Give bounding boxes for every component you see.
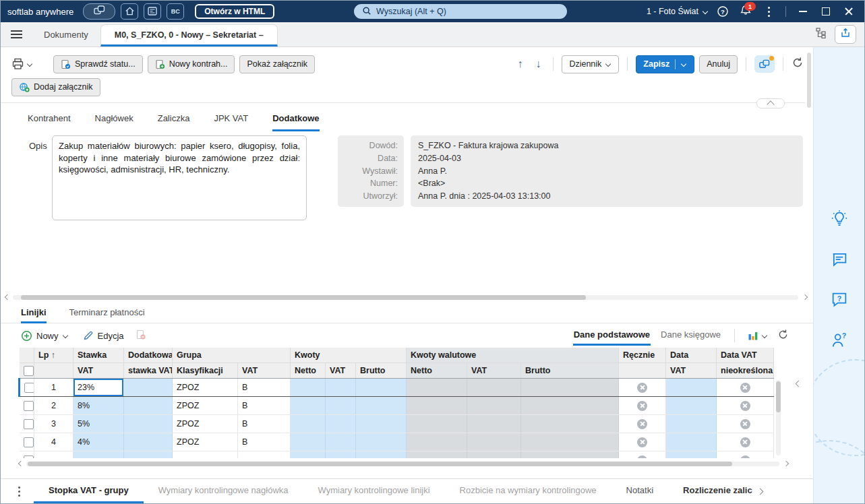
print-button[interactable] bbox=[11, 58, 33, 70]
cell-kwoty-brutto[interactable] bbox=[356, 433, 407, 451]
clear-toggle-icon[interactable] bbox=[740, 383, 750, 393]
tab-notatki[interactable]: Notatki bbox=[612, 479, 668, 503]
cell-stawka-vat-selected[interactable]: 23% bbox=[73, 379, 124, 397]
col-dodatkowa-header[interactable]: Dodatkowa bbox=[124, 348, 173, 363]
cell-lp[interactable]: 2 bbox=[34, 397, 73, 415]
tab-kontrahent[interactable]: Kontrahent bbox=[28, 107, 71, 131]
col-stawka-header[interactable]: Stawka bbox=[73, 348, 124, 363]
sub-nieokreslona[interactable]: nieokreślona bbox=[717, 363, 774, 379]
cell-walutowe-netto[interactable] bbox=[407, 451, 467, 459]
row-select-cell[interactable] bbox=[20, 451, 34, 459]
grid-vertical-scrollbar[interactable] bbox=[776, 380, 781, 455]
home-button[interactable] bbox=[121, 3, 138, 20]
help-button[interactable]: ? bbox=[714, 3, 732, 20]
tab-active-document[interactable]: M0, S_FZKO, 0 - Nowy – Sekretariat – bbox=[100, 24, 278, 46]
tab-rozliczenie-zaliczek[interactable]: Rozliczenie zalic bbox=[668, 479, 758, 503]
previous-record-button[interactable]: ↑ bbox=[513, 58, 527, 70]
cell-kwoty-netto[interactable] bbox=[291, 379, 326, 397]
table-row[interactable]: 2 8% ZPOZ B bbox=[20, 397, 774, 415]
cell-grupa[interactable]: ZPOZ bbox=[173, 397, 238, 415]
cell-kwoty-brutto[interactable] bbox=[356, 397, 407, 415]
save-button[interactable]: Zapisz bbox=[636, 55, 694, 73]
refresh-button[interactable] bbox=[792, 57, 804, 71]
share-button[interactable] bbox=[835, 25, 856, 44]
cell-kwoty-vat[interactable] bbox=[326, 433, 356, 451]
window-close-button[interactable] bbox=[840, 3, 858, 20]
sub-brutto[interactable]: Brutto bbox=[356, 363, 407, 379]
toolbar-more-button[interactable] bbox=[38, 58, 49, 70]
cell-walutowe-brutto[interactable] bbox=[521, 415, 619, 433]
row-checkbox[interactable] bbox=[24, 437, 34, 447]
cell-walutowe-brutto[interactable] bbox=[521, 379, 619, 397]
view-dane-ksiegowe[interactable]: Dane księgowe bbox=[660, 325, 721, 346]
table-row[interactable]: 4 4% ZPOZ B bbox=[20, 433, 774, 451]
scroll-right-arrow[interactable] bbox=[782, 460, 789, 467]
tab-dokumenty[interactable]: Dokumenty bbox=[32, 22, 100, 46]
row-select-cell[interactable] bbox=[20, 433, 34, 451]
cell-data-vat[interactable] bbox=[666, 451, 717, 459]
help-center-button[interactable]: ? bbox=[829, 290, 849, 310]
col-recznie-header[interactable]: Ręcznie bbox=[619, 348, 666, 363]
tree-view-icon[interactable] bbox=[816, 28, 828, 41]
cell-vat[interactable]: B bbox=[238, 379, 291, 397]
next-record-button[interactable]: ↓ bbox=[531, 58, 545, 70]
sub-walutowe-vat[interactable]: VAT bbox=[467, 363, 521, 379]
table-row[interactable]: 3 5% ZPOZ B bbox=[20, 415, 774, 433]
clear-toggle-icon[interactable] bbox=[740, 419, 750, 429]
table-row-partial[interactable] bbox=[20, 451, 774, 459]
grid-horizontal-scrollbar[interactable] bbox=[1, 458, 813, 469]
opis-textarea[interactable]: Zakup materiałów biurowych: papier ksero… bbox=[52, 135, 307, 220]
main-vertical-scrollbar[interactable] bbox=[807, 53, 811, 108]
tab-terminarz-platnosci[interactable]: Terminarz płatności bbox=[69, 303, 145, 323]
tabs-scroll-right-button[interactable] bbox=[758, 479, 765, 503]
scrollbar-thumb[interactable] bbox=[776, 381, 781, 412]
notifications-button[interactable]: 1 bbox=[737, 3, 754, 20]
cell-recznie[interactable] bbox=[619, 451, 666, 459]
main-menu-button[interactable] bbox=[1, 22, 32, 46]
cell-walutowe-brutto[interactable] bbox=[521, 451, 619, 459]
cell-kwoty-netto[interactable] bbox=[291, 397, 326, 415]
cell-walutowe-vat[interactable] bbox=[467, 415, 521, 433]
tab-jpk-vat[interactable]: JPK VAT bbox=[214, 107, 248, 131]
clear-toggle-icon[interactable] bbox=[637, 383, 647, 393]
cell-kwoty-netto[interactable] bbox=[291, 451, 326, 459]
cell-walutowe-netto[interactable] bbox=[407, 379, 467, 397]
select-all-checkbox-cell[interactable] bbox=[20, 363, 34, 379]
sub-dodatkowa-stawka[interactable]: stawka VAT bbox=[124, 363, 173, 379]
cell-grupa[interactable]: ZPOZ bbox=[173, 433, 238, 451]
col-lp-header[interactable]: Lp ↑ bbox=[34, 348, 73, 363]
company-selector[interactable]: 1 - Foto Świat bbox=[647, 7, 709, 16]
tab-stopka-vat-grupy[interactable]: Stopka VAT - grupy bbox=[34, 479, 144, 503]
cell-vat[interactable]: B bbox=[238, 397, 291, 415]
cell-stawka-vat[interactable] bbox=[73, 451, 124, 459]
bc-module-button[interactable]: BC bbox=[167, 3, 184, 20]
col-data-vat-header[interactable]: Data VAT bbox=[717, 348, 774, 363]
cell-data-vat-nieokreslona[interactable] bbox=[717, 451, 774, 459]
cell-grupa[interactable] bbox=[173, 451, 238, 459]
new-contractor-button[interactable]: Nowy kontrah... bbox=[148, 55, 235, 73]
window-minimize-button[interactable] bbox=[794, 3, 812, 20]
cell-data-vat[interactable] bbox=[666, 415, 717, 433]
workspace-toggle-button[interactable] bbox=[83, 3, 115, 20]
select-all-checkbox[interactable] bbox=[24, 366, 34, 376]
clear-toggle-icon[interactable] bbox=[740, 401, 750, 411]
collapse-panel-chevron[interactable] bbox=[795, 380, 802, 388]
support-agent-button[interactable]: ? bbox=[829, 330, 849, 350]
cell-recznie[interactable] bbox=[619, 397, 666, 415]
scrollbar-thumb[interactable] bbox=[28, 462, 732, 466]
row-select-cell[interactable] bbox=[20, 379, 34, 397]
scroll-right-arrow[interactable] bbox=[801, 294, 808, 301]
cell-dodatkowa-stawka[interactable] bbox=[124, 379, 173, 397]
tab-zaliczka[interactable]: Zaliczka bbox=[158, 107, 190, 131]
cell-kwoty-netto[interactable] bbox=[291, 433, 326, 451]
cell-walutowe-netto[interactable] bbox=[407, 397, 467, 415]
show-attachment-button[interactable]: Pokaż załącznik bbox=[239, 55, 315, 73]
cell-stawka-vat[interactable]: 4% bbox=[73, 433, 124, 451]
col-data-header[interactable]: Data bbox=[666, 348, 717, 363]
cell-data-vat-nieokreslona[interactable] bbox=[717, 415, 774, 433]
tab-wymiary-naglowka[interactable]: Wymiary kontrolingowe nagłówka bbox=[144, 479, 303, 503]
chart-view-button[interactable] bbox=[748, 330, 768, 341]
sub-data-vat[interactable]: VAT bbox=[666, 363, 717, 379]
cell-lp[interactable]: 4 bbox=[34, 433, 73, 451]
sub-vat[interactable]: VAT bbox=[326, 363, 356, 379]
